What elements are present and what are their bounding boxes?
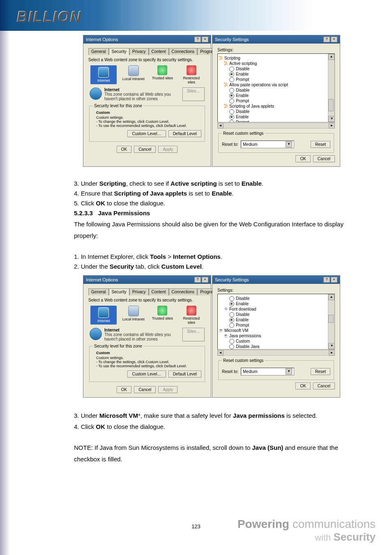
scroll-right-icon[interactable]: ► [329, 123, 335, 129]
io2-ok-button[interactable]: OK [117, 386, 131, 393]
ss1-settings-list[interactable]: 📜Scripting 📜Active scripting Disable Ena… [217, 53, 335, 122]
radio-enable[interactable] [229, 72, 234, 77]
security-level-block: Custom Custom settings. - To change the … [93, 111, 201, 128]
ss2-scrollbar-v[interactable]: ▲ ▼ [328, 294, 334, 349]
ss1-ok-button[interactable]: OK [295, 155, 310, 162]
zone-restricted[interactable]: Restricted sites [179, 65, 204, 84]
level-l1: - To change the settings, click Custom L… [96, 120, 201, 124]
ss1-close-btn[interactable]: × [331, 37, 337, 42]
tab-privacy[interactable]: Privacy [129, 288, 149, 295]
io-close-btn[interactable]: × [202, 37, 208, 42]
radio-prompt[interactable] [229, 323, 234, 328]
radio-disable[interactable] [229, 67, 234, 71]
scroll-thumb[interactable] [328, 315, 334, 323]
tab-connections[interactable]: Connections [169, 288, 198, 295]
tab-general[interactable]: General [88, 48, 109, 55]
scroll-track-h[interactable] [224, 123, 329, 129]
ss1-scrollbar-v[interactable]: ▲ ▼ [328, 54, 334, 122]
tab-security[interactable]: Security [109, 288, 129, 295]
radio-prompt[interactable] [229, 77, 234, 82]
scroll-left-icon[interactable]: ◄ [217, 123, 224, 129]
zone-restricted[interactable]: Restricted sites [179, 306, 204, 325]
scroll-down-icon[interactable]: ▼ [328, 343, 335, 349]
chevron-down-icon[interactable]: ▼ [286, 141, 292, 147]
radio-prompt[interactable] [229, 120, 234, 123]
custom-level-button[interactable]: Custom Level… [127, 371, 166, 378]
radio-disable[interactable] [229, 296, 234, 301]
ss2-settings-list[interactable]: Disable Enable ⚙Font download Disable En… [217, 294, 335, 350]
r-enable-3: Enable [236, 114, 249, 120]
globe-icon [90, 88, 102, 100]
radio-disable[interactable] [229, 88, 234, 93]
ss2-scrollbar-h[interactable]: ◄ ► [217, 350, 335, 356]
ss2-help-btn[interactable]: ? [323, 277, 330, 283]
sites-button[interactable]: Sites… [182, 328, 205, 341]
sites-button[interactable]: Sites… [182, 88, 205, 101]
zone-local-intranet[interactable]: Local intranet [121, 306, 146, 325]
default-level-button[interactable]: Default Level [168, 371, 201, 378]
radio-high[interactable] [229, 350, 234, 350]
ss2-ok-button[interactable]: OK [295, 382, 310, 389]
radio-enable[interactable] [229, 318, 234, 322]
folder-icon: ☕ [224, 334, 228, 338]
brand-logo: BILLION [16, 8, 81, 25]
io2-apply-button[interactable]: Apply [158, 386, 178, 393]
radio-prompt[interactable] [229, 99, 234, 104]
io-help-btn[interactable]: ? [194, 37, 201, 42]
reset-to-label-2: Reset to: [222, 369, 238, 374]
tab-general[interactable]: General [88, 288, 109, 295]
reset-select-1[interactable]: Medium ▼ [241, 140, 294, 148]
zone-internet[interactable]: Internet [90, 65, 117, 84]
trusted-icon [157, 306, 167, 315]
scroll-down-icon[interactable]: ▼ [328, 116, 335, 122]
chevron-down-icon[interactable]: ▼ [286, 368, 292, 375]
io2-close-btn[interactable]: × [202, 277, 208, 283]
ss1-cancel-button[interactable]: Cancel [313, 155, 335, 162]
scroll-up-icon[interactable]: ▲ [328, 54, 334, 60]
tab-security[interactable]: Security [109, 48, 129, 55]
radio-disable[interactable] [229, 109, 234, 114]
radio-enable[interactable] [229, 115, 234, 120]
tab-content[interactable]: Content [149, 48, 169, 55]
reset-button-2[interactable]: Reset [311, 368, 330, 375]
ss1-help-btn[interactable]: ? [323, 37, 330, 42]
zone-trusted[interactable]: Trusted sites [150, 65, 175, 84]
scroll-track-h[interactable] [224, 350, 329, 356]
scroll-thumb[interactable] [328, 99, 334, 111]
io-title: Internet Options [86, 37, 118, 42]
level-l2: - To use the recommended settings, click… [96, 364, 201, 368]
zone-info-title: Internet [104, 328, 120, 332]
radio-disable[interactable] [229, 312, 234, 317]
zone-trusted[interactable]: Trusted sites [150, 306, 175, 325]
io-cancel-button[interactable]: Cancel [134, 146, 156, 153]
ss1-scrollbar-h[interactable]: ◄ ► [217, 123, 335, 129]
reset-select-2[interactable]: Medium ▼ [241, 368, 294, 375]
scroll-up-icon[interactable]: ▲ [328, 294, 334, 300]
default-level-button[interactable]: Default Level [168, 130, 201, 137]
ss2-settings-label: Settings: [217, 288, 335, 292]
radio-disable-java[interactable] [229, 344, 234, 349]
scroll-left-icon[interactable]: ◄ [217, 350, 224, 356]
io-apply-button[interactable]: Apply [158, 146, 178, 153]
tab-privacy[interactable]: Privacy [129, 48, 149, 55]
zone-local-intranet[interactable]: Local intranet [121, 65, 146, 84]
io2-help-btn[interactable]: ? [194, 277, 201, 283]
radio-enable[interactable] [229, 93, 234, 98]
scroll-right-icon[interactable]: ► [329, 350, 335, 356]
security-level-group: Security level for this zone Custom Cust… [89, 104, 205, 142]
io2-cancel-button[interactable]: Cancel [134, 386, 156, 393]
io-ok-button[interactable]: OK [117, 146, 131, 153]
ss2-close-btn[interactable]: × [331, 277, 337, 283]
radio-custom[interactable] [229, 339, 234, 344]
jperm-step-1: 1. In Internet Explorer, click Tools > I… [74, 252, 349, 261]
zone-info-title: Internet [104, 88, 120, 92]
zone-internet[interactable]: Internet [90, 306, 117, 325]
level-l2: - To use the recommended settings, click… [96, 124, 201, 128]
reset-button-1[interactable]: Reset [311, 141, 330, 148]
ss2-cancel-button[interactable]: Cancel [313, 382, 335, 389]
tab-connections[interactable]: Connections [169, 48, 198, 55]
page-content: Internet Options ? × General Security Pr… [74, 35, 349, 466]
tab-content[interactable]: Content [149, 288, 169, 295]
custom-level-button[interactable]: Custom Level… [127, 130, 166, 137]
radio-enable[interactable] [229, 302, 234, 306]
